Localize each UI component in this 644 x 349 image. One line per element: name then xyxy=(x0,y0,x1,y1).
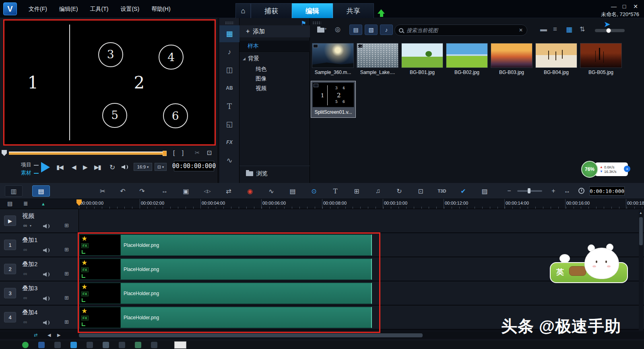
track-grid-icon[interactable]: ⊞ xyxy=(64,222,69,228)
filter-icon[interactable]: FX xyxy=(219,134,239,151)
library-item-thumbnail[interactable] xyxy=(357,43,398,68)
aspect-ratio-selector[interactable]: 16:9▾ xyxy=(134,163,152,171)
mute-track-icon[interactable] xyxy=(43,320,47,325)
library-item-thumbnail[interactable] xyxy=(446,43,488,68)
taskbar-icon[interactable] xyxy=(22,342,29,348)
mute-track-icon[interactable] xyxy=(43,248,47,253)
zoom-slider[interactable] xyxy=(517,190,542,192)
library-item-thumbnail[interactable] xyxy=(491,43,533,68)
timeline-clip[interactable]: ★ FX PlaceHolder.png xyxy=(79,259,372,280)
filter-audio-button[interactable]: ♪ xyxy=(380,25,393,35)
taskbar-icon[interactable] xyxy=(135,342,141,348)
display-options-button[interactable]: ⊡▾ xyxy=(155,163,167,171)
zoom-out-icon[interactable]: − xyxy=(502,186,516,196)
browse-button[interactable]: 浏览 xyxy=(239,166,310,177)
link-icon[interactable]: ∞ xyxy=(23,295,27,301)
timeline-clip[interactable]: ★ FX PlaceHolder.png xyxy=(79,234,372,256)
category-samples[interactable]: 样本 xyxy=(239,41,310,52)
fit-project-icon[interactable]: ↔ xyxy=(158,186,171,196)
float-tool-icon[interactable]: ➤ xyxy=(604,19,611,29)
tree-group-background[interactable]: ◢ 背景 xyxy=(243,55,259,62)
float-slider-knob[interactable] xyxy=(606,28,611,33)
home-tab[interactable]: ⌂ xyxy=(235,3,251,18)
menu-edit[interactable]: 编辑(E) xyxy=(53,4,84,15)
filter-video-button[interactable]: ▤ xyxy=(349,25,362,35)
panel-grip[interactable] xyxy=(225,21,234,24)
menu-settings[interactable]: 设置(S) xyxy=(114,4,145,15)
panel-grip[interactable] xyxy=(312,21,321,24)
project-mode-button[interactable]: 项目 xyxy=(21,161,31,168)
memory-percent-badge[interactable]: 76% xyxy=(581,161,598,178)
mark-in-button[interactable]: [ xyxy=(173,149,175,156)
network-speed-widget[interactable]: ▲0.6K/s ▼16.3K/s xyxy=(595,162,628,176)
overlay4-track-icon[interactable]: 4 xyxy=(4,312,16,322)
taskbar-app-window[interactable] xyxy=(174,341,186,349)
tree-item-image[interactable]: 图像 xyxy=(256,75,266,82)
timeline-clip[interactable]: ★ FX PlaceHolder.png xyxy=(79,283,372,304)
tab-edit[interactable]: 编辑 xyxy=(292,3,333,18)
enable-check-icon[interactable]: ✔ xyxy=(456,186,470,196)
menu-help[interactable]: 帮助(H) xyxy=(145,4,176,15)
link-icon[interactable]: ∞ xyxy=(23,271,27,277)
minimize-button[interactable]: — xyxy=(609,3,618,10)
grab-frame-icon[interactable]: ▣ xyxy=(179,186,193,196)
mute-track-icon[interactable] xyxy=(43,224,47,228)
tree-item-solid-color[interactable]: 纯色 xyxy=(256,66,266,73)
motion-path-icon[interactable]: ∿ xyxy=(219,152,239,169)
ride-up-icon[interactable]: ▲ xyxy=(41,201,45,206)
mute-track-icon[interactable] xyxy=(43,272,47,277)
redo-icon[interactable]: ↷ xyxy=(135,186,149,196)
transition-icon[interactable]: ◫ xyxy=(219,62,239,78)
zoom-in-icon[interactable]: + xyxy=(547,186,560,196)
fit-window-icon[interactable]: ↔ xyxy=(560,186,574,196)
taskbar-icon[interactable] xyxy=(119,342,125,348)
fit-scroll-icon[interactable]: ⇄ xyxy=(34,333,37,338)
library-item-selected[interactable]: 1 3 4 2 5 6 SplitScreen01.v... xyxy=(311,81,356,118)
video-track-icon[interactable]: ▶ xyxy=(4,216,16,226)
add-title[interactable]: 添加 xyxy=(253,28,265,35)
mute-track-icon[interactable] xyxy=(43,296,47,301)
track-grid-icon[interactable]: ⊞ xyxy=(64,271,69,277)
split-button[interactable]: ✂ xyxy=(195,149,200,156)
taskbar-icon[interactable] xyxy=(70,342,77,348)
scroll-left-icon[interactable]: ◀ xyxy=(47,333,51,338)
timecode-spinner[interactable]: ▲▼ xyxy=(210,163,213,168)
tree-item-video[interactable]: 视频 xyxy=(256,85,266,92)
sound-wave-icon[interactable]: ∿ xyxy=(264,186,278,196)
view-grid-button[interactable]: ▦ xyxy=(566,25,572,34)
close-button[interactable]: ✕ xyxy=(631,3,640,10)
loop-button[interactable]: ↻ xyxy=(109,163,115,172)
search-input[interactable] xyxy=(407,27,516,33)
insert-track-icon[interactable]: ≣ xyxy=(23,200,28,207)
trim-start-marker[interactable] xyxy=(2,150,7,156)
duration-clock-icon[interactable] xyxy=(578,188,584,194)
subtitle-ab-icon[interactable]: AB xyxy=(219,80,239,96)
tab-capture[interactable]: 捕获 xyxy=(251,3,292,18)
taskbar-icon[interactable] xyxy=(54,342,61,348)
view-thumbnail-button[interactable]: ▬ xyxy=(540,25,547,33)
pin-icon[interactable]: ⚑ xyxy=(301,20,306,27)
import-media-button[interactable]: + xyxy=(317,27,328,34)
trim-icon[interactable]: ◁▷ xyxy=(200,186,214,196)
video-track-lane[interactable] xyxy=(79,209,644,232)
float-slider[interactable] xyxy=(595,29,625,32)
link-icon[interactable]: ∞ xyxy=(23,246,27,253)
mascot-character[interactable] xyxy=(584,248,619,279)
taskbar-icon[interactable] xyxy=(38,342,45,348)
menu-file[interactable]: 文件(F) xyxy=(23,4,53,15)
record-capture-icon[interactable]: ◉ xyxy=(243,186,257,196)
media-library-icon[interactable]: ▦ xyxy=(219,25,239,42)
storyboard-view-button[interactable]: ▥ xyxy=(5,185,23,197)
sound-mixer-icon[interactable]: ♪ xyxy=(219,43,239,60)
timeline-ruler[interactable]: ▤ ≣ ▲ 00:00:00:00 00:00:02:00 00:00:04:0… xyxy=(0,199,644,209)
project-duration-timecode[interactable]: 0:00:10:000 xyxy=(589,187,625,195)
subtitle-grid-icon[interactable]: ▤ xyxy=(286,186,299,196)
vertical-scroll-thumb[interactable] xyxy=(639,217,643,245)
link-icon[interactable]: ∞ xyxy=(23,319,27,325)
clip-mode-button[interactable]: 素材 xyxy=(21,169,31,177)
timeline-view-button[interactable]: ▤ xyxy=(32,185,50,197)
overlay2-track-icon[interactable]: 2 xyxy=(4,264,16,274)
sort-icon[interactable]: ⇅ xyxy=(580,25,585,33)
undo-icon[interactable]: ↶ xyxy=(116,186,130,196)
library-item-thumbnail[interactable] xyxy=(312,43,354,68)
